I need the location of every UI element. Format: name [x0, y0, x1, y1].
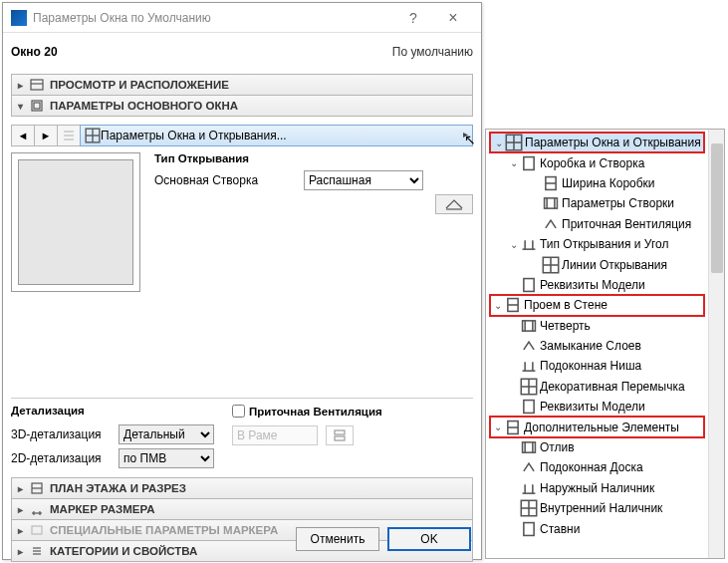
detail-col: Детализация 3D-детализация Детальный 2D-… — [11, 405, 214, 468]
cancel-button[interactable]: Отменить — [296, 527, 379, 551]
chevron-down-icon: ▾ — [12, 101, 28, 112]
detail-3d-label: 3D-детализация — [11, 427, 111, 441]
tree-item[interactable]: Ширина Коробки — [486, 173, 708, 193]
scrollbar[interactable] — [708, 130, 724, 558]
tree-node-label: Ширина Коробки — [562, 176, 655, 190]
frame-icon — [28, 99, 46, 113]
tree-list[interactable]: ⌄Параметры Окна и Открывания⌄Коробка и С… — [486, 130, 708, 558]
tree-item[interactable]: Декоративная Перемычка — [486, 377, 708, 397]
tree-item[interactable]: Реквизиты Модели — [486, 397, 708, 417]
detail-2d-row: 2D-детализация по ПМВ — [11, 448, 214, 468]
tree-item[interactable]: ⌄Коробка и Створка — [486, 152, 708, 172]
default-label: По умолчанию — [392, 45, 473, 59]
tree-item[interactable]: Замыкание Слоев — [486, 336, 708, 356]
tree-node-icon — [542, 215, 560, 233]
opening-heading: Тип Открывания — [154, 152, 473, 164]
detail-3d-row: 3D-детализация Детальный — [11, 424, 214, 444]
svg-rect-11 — [335, 430, 345, 434]
nav-next-button[interactable]: ► — [34, 125, 58, 146]
opening-row-label: Основная Створка — [154, 173, 294, 187]
chevron-right-icon: ▸ — [12, 546, 28, 557]
vent-type-field: В Раме — [232, 425, 318, 445]
titlebar: Параметры Окна по Умолчанию ? × — [3, 3, 481, 33]
panel-label: ПЛАН ЭТАЖА И РАЗРЕЗ — [50, 482, 186, 494]
close-button[interactable]: × — [433, 9, 473, 27]
vent-checkbox[interactable] — [232, 405, 245, 418]
preview-inner — [18, 159, 133, 285]
chevron-down-icon: ⌄ — [492, 422, 504, 432]
tree-item[interactable]: Внутренний Наличник — [486, 498, 708, 518]
chevron-right-icon: ▸ — [12, 80, 28, 91]
tree-item[interactable]: Четверть — [486, 316, 708, 336]
window-grid-icon — [85, 128, 101, 143]
tree-node-label: Ставни — [540, 522, 580, 536]
help-button[interactable]: ? — [393, 10, 433, 26]
svg-rect-3 — [34, 103, 40, 109]
svg-rect-18 — [32, 526, 42, 534]
tree-item[interactable]: Подоконная Ниша — [486, 356, 708, 376]
tree-node-label: Линии Открывания — [562, 258, 667, 272]
tree-node-icon — [520, 479, 538, 497]
panel-label: СПЕЦИАЛЬНЫЕ ПАРАМЕТРЫ МАРКЕРА — [50, 524, 278, 536]
tree-node-label: Дополнительные Элементы — [524, 421, 679, 434]
tree-item[interactable]: ⌄Проем в Стене — [490, 295, 704, 315]
tree-item[interactable]: Наружный Наличник — [486, 478, 708, 498]
view-icon — [28, 78, 46, 92]
marker-special-icon — [28, 523, 46, 537]
section-dropdown[interactable]: Параметры Окна и Открывания... ▸ ↖ — [80, 125, 473, 146]
scrollbar-thumb[interactable] — [711, 143, 723, 273]
svg-rect-12 — [335, 436, 345, 440]
tree-item[interactable]: Реквизиты Модели — [486, 275, 708, 295]
tree-item[interactable]: Линии Открывания — [486, 254, 708, 274]
tree-item[interactable]: Отлив — [486, 437, 708, 457]
tree-node-icon — [520, 337, 538, 355]
svg-rect-61 — [524, 522, 534, 535]
vent-checkbox-label: Приточная Вентиляция — [249, 406, 382, 418]
app-icon — [11, 10, 27, 26]
detail-2d-select[interactable]: по ПМВ — [119, 448, 214, 468]
opening-config-button[interactable] — [435, 194, 473, 214]
tree-item[interactable]: Подоконная Доска — [486, 457, 708, 477]
dropdown-arrow-icon: ▸ — [463, 129, 468, 140]
detail-3d-select[interactable]: Детальный — [119, 424, 214, 444]
detail-section: Детализация 3D-детализация Детальный 2D-… — [11, 398, 473, 468]
tree-node-label: Реквизиты Модели — [540, 400, 645, 414]
opening-type-select[interactable]: Распашная — [304, 170, 423, 190]
vent-options-button[interactable] — [326, 425, 354, 445]
tree-node-icon — [504, 296, 522, 314]
opening-form: Тип Открывания Основная Створка Распашна… — [154, 152, 473, 292]
tree-item[interactable]: ⌄Параметры Окна и Открывания — [490, 133, 704, 152]
nav-prev-button[interactable]: ◄ — [11, 125, 35, 146]
tree-item[interactable]: Ставни — [486, 518, 708, 538]
tree-node-icon — [520, 317, 538, 335]
tree-node-label: Внутренний Наличник — [540, 501, 662, 515]
dialog-footer: Отменить OK — [296, 527, 471, 551]
tree-node-icon — [520, 378, 538, 396]
preview-box — [11, 152, 140, 292]
detail-heading: Детализация — [11, 405, 214, 417]
panel-floor-section[interactable]: ▸ ПЛАН ЭТАЖА И РАЗРЕЗ — [11, 477, 473, 499]
vent-field-row: В Раме — [232, 425, 382, 445]
tree-node-label: Коробка и Створка — [540, 156, 644, 170]
tree-item[interactable]: Параметры Створки — [486, 193, 708, 213]
tree-node-label: Отлив — [540, 440, 575, 454]
panel-label: КАТЕГОРИИ И СВОЙСТВА — [50, 545, 197, 557]
ok-button[interactable]: OK — [387, 527, 471, 551]
top-panels: ▸ ПРОСМОТР И РАСПОЛОЖЕНИЕ ▾ ПАРАМЕТРЫ ОС… — [11, 74, 473, 117]
tree-node-icon — [520, 398, 538, 416]
tree-node-icon — [505, 134, 523, 151]
tree-item[interactable]: Приточная Вентиляция — [486, 214, 708, 234]
tree-dropdown-panel: ⌄Параметры Окна и Открывания⌄Коробка и С… — [485, 129, 725, 559]
panel-view-position[interactable]: ▸ ПРОСМОТР И РАСПОЛОЖЕНИЕ — [11, 74, 473, 96]
nav-list-button[interactable] — [57, 125, 81, 146]
nav-strip: ◄ ► Параметры Окна и Открывания... ▸ ↖ — [11, 125, 473, 146]
panel-main-window-params[interactable]: ▾ ПАРАМЕТРЫ ОСНОВНОГО ОКНА — [11, 95, 473, 117]
tree-item[interactable]: ⌄Дополнительные Элементы — [490, 417, 704, 436]
panel-dimension-marker[interactable]: ▸ МАРКЕР РАЗМЕРА — [11, 498, 473, 520]
svg-rect-0 — [31, 80, 43, 90]
tree-node-icon — [542, 174, 560, 192]
panel-label: МАРКЕР РАЗМЕРА — [50, 503, 155, 515]
tree-node-label: Декоративная Перемычка — [540, 380, 685, 394]
chevron-down-icon: ⌄ — [508, 239, 520, 250]
tree-item[interactable]: ⌄Тип Открывания и Угол — [486, 234, 708, 254]
